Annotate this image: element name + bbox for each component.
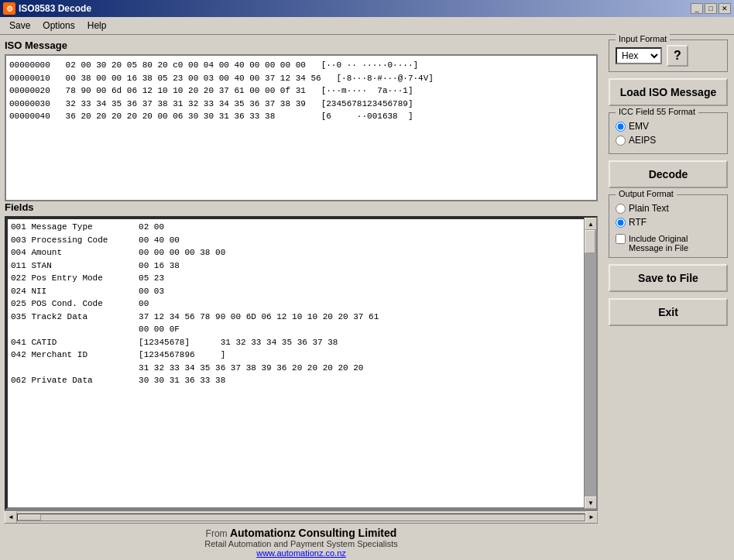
field-line-9: 041 CATID [12345678] 31 32 33 34 35 36 3…	[11, 336, 581, 349]
icc-aeips-label: AEIPS	[629, 135, 656, 146]
help-button[interactable]: ?	[667, 45, 688, 67]
field-line-3: 011 STAN 00 16 38	[11, 259, 581, 273]
output-plaintext-label: Plain Text	[629, 203, 669, 214]
minimize-button[interactable]: _	[691, 3, 703, 14]
iso-line-1: 00000010 00 38 00 00 16 38 05 23 00 03 0…	[9, 72, 593, 85]
exit-button[interactable]: Exit	[609, 298, 728, 326]
window-title: ISO8583 Decode	[19, 3, 691, 14]
output-rtf-label: RTF	[629, 217, 647, 228]
iso-line-4: 00000040 36 20 20 20 20 20 00 06 30 30 3…	[9, 110, 593, 123]
iso-line-3: 00000030 32 33 34 35 36 37 38 31 32 33 3…	[9, 98, 593, 111]
include-original-checkbox[interactable]	[616, 234, 626, 244]
field-line-1: 003 Processing Code 00 40 00	[11, 234, 581, 247]
output-rtf-radio[interactable]	[616, 218, 626, 228]
iso-line-0: 00000000 02 00 30 20 05 80 20 c0 00 04 0…	[9, 59, 593, 72]
iso-line-2: 00000020 78 90 00 6d 06 12 10 10 20 20 3…	[9, 84, 593, 98]
output-plaintext-radio[interactable]	[616, 204, 626, 214]
hscroll-track	[17, 514, 585, 521]
vscroll-down[interactable]: ▼	[585, 496, 597, 509]
menu-save[interactable]: Save	[3, 19, 36, 33]
main-container: ISO Message 00000000 02 00 30 20 05 80 2…	[0, 35, 734, 560]
fields-vscrollbar[interactable]: ▲ ▼	[584, 218, 596, 509]
field-line-4: 022 Pos Entry Mode 05 23	[11, 272, 581, 285]
close-button[interactable]: ✕	[719, 3, 731, 14]
footer-from-row: From Automationz Consulting Limited	[11, 527, 592, 539]
field-line-12: 31 32 33 34 35 36 37 38 39 36 20 20 20 2…	[11, 362, 581, 375]
icc-emv-label: EMV	[629, 121, 649, 132]
maximize-button[interactable]: □	[705, 3, 717, 14]
icc-radio-group: EMV AEIPS	[616, 118, 721, 149]
save-to-file-button[interactable]: Save to File	[609, 264, 728, 292]
output-rtf-option[interactable]: RTF	[616, 217, 721, 228]
footer-company: Automationz Consulting Limited	[230, 527, 396, 539]
field-line-11: 042 Merchant ID [1234567896 ]	[11, 349, 581, 362]
output-plaintext-option[interactable]: Plain Text	[616, 203, 721, 214]
hscroll-right[interactable]: ►	[585, 511, 598, 524]
hscroll-thumb[interactable]	[18, 514, 41, 520]
vscroll-track	[585, 230, 596, 496]
load-iso-button[interactable]: Load ISO Message	[609, 78, 728, 106]
field-line-5: 024 NII 00 03	[11, 285, 581, 298]
right-panel: Input Format Hex ASCII ? Load ISO Messag…	[602, 35, 734, 560]
footer-from-label: From	[206, 528, 230, 539]
fields-section: Fields 001 Message Type 02 00 003 Proces…	[5, 201, 598, 523]
menu-bar: Save Options Help	[0, 17, 734, 35]
input-format-group: Input Format Hex ASCII ?	[609, 40, 728, 72]
field-line-0: 001 Message Type 02 00	[11, 221, 581, 234]
app-icon: ⚙	[3, 2, 15, 15]
field-line-14: 062 Private Data 30 30 31 36 33 38	[11, 374, 581, 387]
vscroll-up[interactable]: ▲	[585, 218, 597, 230]
iso-message-box[interactable]: 00000000 02 00 30 20 05 80 20 c0 00 04 0…	[5, 54, 598, 201]
hscroll-left[interactable]: ◄	[5, 511, 17, 524]
left-panel: ISO Message 00000000 02 00 30 20 05 80 2…	[0, 35, 602, 560]
include-original-option[interactable]: Include Original Message in File	[616, 234, 721, 253]
output-format-label: Output Format	[616, 189, 677, 198]
footer-subtitle: Retail Automation and Payment System Spe…	[11, 539, 592, 548]
title-bar: ⚙ ISO8583 Decode _ □ ✕	[0, 0, 734, 17]
iso-message-label: ISO Message	[5, 40, 598, 51]
include-original-label: Include Original Message in File	[629, 234, 721, 253]
menu-help[interactable]: Help	[81, 19, 113, 33]
fields-label: Fields	[5, 201, 598, 213]
icc-emv-radio[interactable]	[616, 122, 626, 132]
icc-aeips-radio[interactable]	[616, 136, 626, 146]
field-line-7: 035 Track2 Data 37 12 34 56 78 90 00 6D …	[11, 311, 581, 324]
output-radio-group: Plain Text RTF	[616, 200, 721, 231]
icc-aeips-option[interactable]: AEIPS	[616, 135, 721, 146]
decode-button[interactable]: Decode	[609, 160, 728, 188]
icc-emv-option[interactable]: EMV	[616, 121, 721, 132]
field-line-6: 025 POS Cond. Code 00	[11, 297, 581, 311]
footer-website[interactable]: www.automationz.co.nz	[11, 548, 592, 558]
input-format-label: Input Format	[616, 34, 670, 43]
footer: From Automationz Consulting Limited Reta…	[5, 523, 598, 560]
icc-field-group: ICC Field 55 Format EMV AEIPS	[609, 112, 728, 154]
field-line-2: 004 Amount 00 00 00 00 38 00	[11, 246, 581, 259]
menu-options[interactable]: Options	[36, 19, 81, 33]
output-format-group: Output Format Plain Text RTF Include Ori…	[609, 194, 728, 258]
input-format-row: Hex ASCII ?	[616, 45, 721, 67]
field-line-8: 00 00 0F	[11, 323, 581, 336]
input-format-select[interactable]: Hex ASCII	[616, 47, 662, 64]
fields-hscrollbar[interactable]: ◄ ►	[5, 510, 598, 523]
vscroll-thumb[interactable]	[585, 230, 595, 253]
icc-field-label: ICC Field 55 Format	[616, 107, 698, 116]
fields-box[interactable]: 001 Message Type 02 00 003 Processing Co…	[6, 218, 596, 509]
window-controls: _ □ ✕	[691, 3, 731, 14]
